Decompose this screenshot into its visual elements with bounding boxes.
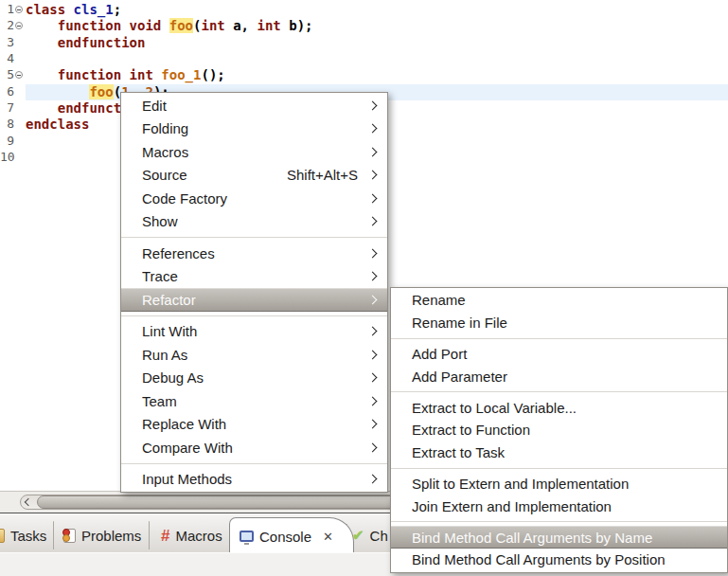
menu-item-extract-to-task[interactable]: Extract to Task xyxy=(391,441,727,464)
menu-item-add-port[interactable]: Add Port xyxy=(391,343,727,366)
tab-label: Tasks xyxy=(10,528,46,544)
code-token: ; xyxy=(114,2,121,17)
code-line[interactable]: 4 xyxy=(0,51,728,67)
menu-separator xyxy=(391,338,727,339)
code-line[interactable]: 5 function int foo_1(); xyxy=(0,67,728,83)
tab-label: Macros xyxy=(175,528,222,544)
problems-icon xyxy=(63,529,76,543)
occurrence-highlight: foo xyxy=(169,18,193,33)
line-number[interactable]: 10 xyxy=(0,150,14,164)
line-number-gutter[interactable]: 4 xyxy=(0,51,26,67)
code-token: class xyxy=(26,2,74,17)
menu-item-join-extern-and-implementation[interactable]: Join Extern and Implementation xyxy=(391,495,727,517)
submenu-arrow-icon xyxy=(368,248,378,258)
line-number-gutter[interactable]: 10 xyxy=(0,150,26,166)
menu-item-bind-method-call-arguments-by-position[interactable]: Bind Method Call Arguments by Position xyxy=(391,549,727,571)
menu-item-extract-to-function[interactable]: Extract to Function xyxy=(391,419,727,441)
occurrence-highlight: foo xyxy=(89,84,113,99)
menu-item-run-as[interactable]: Run As xyxy=(121,343,387,367)
tab-label: Ch xyxy=(370,528,388,544)
line-number[interactable]: 2 xyxy=(0,18,14,32)
code-line[interactable]: 1class cls_1; xyxy=(0,2,728,18)
submenu-arrow-icon xyxy=(368,272,378,281)
code-text: function int foo_1(); xyxy=(26,67,728,83)
menu-item-replace-with[interactable]: Replace With xyxy=(121,413,387,437)
line-number-gutter[interactable]: 6 xyxy=(0,84,26,100)
line-number-gutter[interactable]: 2 xyxy=(0,18,26,34)
code-token xyxy=(26,84,89,99)
menu-item-label: Lint With xyxy=(142,323,197,339)
code-token: (); xyxy=(201,67,224,82)
line-number-gutter[interactable]: 7 xyxy=(0,100,26,117)
submenu-arrow-icon xyxy=(368,350,378,359)
menu-item-split-to-extern-and-implementation[interactable]: Split to Extern and Implementation xyxy=(391,473,727,495)
menu-item-lint-with[interactable]: Lint With xyxy=(121,320,387,344)
code-token xyxy=(26,100,58,116)
tab-macros[interactable]: # Macros xyxy=(151,517,229,553)
editor-context-menu: EditFoldingMacrosSourceShift+Alt+SCode F… xyxy=(120,92,388,493)
console-icon xyxy=(240,531,254,542)
tab-console[interactable]: Console ✕ xyxy=(229,517,354,554)
menu-item-source[interactable]: SourceShift+Alt+S xyxy=(121,164,387,188)
menu-item-label: Extract to Local Variable... xyxy=(412,400,577,416)
code-token: foo_1 xyxy=(161,67,201,82)
tasks-icon xyxy=(0,529,5,543)
submenu-arrow-icon xyxy=(368,327,378,336)
line-number-gutter[interactable]: 3 xyxy=(0,35,26,51)
menu-item-compare-with[interactable]: Compare With xyxy=(121,436,387,459)
submenu-arrow-icon xyxy=(368,420,378,429)
menu-separator xyxy=(391,521,727,522)
close-icon[interactable]: ✕ xyxy=(323,530,333,544)
menu-item-label: Bind Method Call Arguments by Name xyxy=(412,530,652,546)
menu-item-extract-to-local-variable[interactable]: Extract to Local Variable... xyxy=(391,396,727,419)
menu-separator xyxy=(121,237,387,238)
menu-item-add-parameter[interactable]: Add Parameter xyxy=(391,365,727,387)
menu-item-macros[interactable]: Macros xyxy=(121,140,387,164)
code-token: int xyxy=(201,18,224,33)
menu-item-refactor[interactable]: Refactor xyxy=(121,288,387,312)
menu-item-show[interactable]: Show xyxy=(121,210,387,234)
line-number-gutter[interactable]: 8 xyxy=(0,117,26,133)
menu-item-label: Source xyxy=(142,167,187,183)
line-number[interactable]: 8 xyxy=(0,117,14,131)
menu-item-input-methods[interactable]: Input Methods xyxy=(121,468,387,492)
menu-item-code-factory[interactable]: Code Factory xyxy=(121,187,387,210)
menu-item-rename-in-file[interactable]: Rename in File xyxy=(391,312,727,334)
code-token: int xyxy=(257,18,280,33)
menu-item-bind-method-call-arguments-by-name[interactable]: Bind Method Call Arguments by Name xyxy=(391,526,727,549)
fold-collapse-icon[interactable] xyxy=(15,71,23,79)
line-number-gutter[interactable]: 9 xyxy=(0,134,26,150)
line-number[interactable]: 3 xyxy=(0,35,14,49)
line-number[interactable]: 5 xyxy=(0,67,14,81)
menu-item-label: Debug As xyxy=(142,369,204,386)
menu-item-trace[interactable]: Trace xyxy=(121,265,387,289)
tab-tasks[interactable]: Tasks xyxy=(0,517,53,553)
menu-item-label: Show xyxy=(142,213,178,229)
code-text xyxy=(26,51,728,67)
menu-item-label: Replace With xyxy=(142,416,226,432)
menu-item-label: Input Methods xyxy=(142,471,232,487)
tab-problems[interactable]: Problems xyxy=(55,517,149,553)
line-number[interactable]: 1 xyxy=(0,2,14,16)
line-number[interactable]: 9 xyxy=(0,134,14,148)
menu-item-team[interactable]: Team xyxy=(121,389,387,413)
menu-item-debug-as[interactable]: Debug As xyxy=(121,367,387,390)
code-token: b); xyxy=(281,18,313,33)
code-line[interactable]: 3 endfunction xyxy=(0,35,728,51)
menu-item-rename[interactable]: Rename xyxy=(391,289,727,312)
menu-item-references[interactable]: References xyxy=(121,242,387,265)
menu-item-edit[interactable]: Edit xyxy=(121,94,387,117)
fold-collapse-icon[interactable] xyxy=(15,6,23,13)
menu-item-label: Rename in File xyxy=(412,315,507,331)
menu-item-folding[interactable]: Folding xyxy=(121,117,387,141)
line-number-gutter[interactable]: 1 xyxy=(0,2,26,18)
code-line[interactable]: 2 function void foo(int a, int b); xyxy=(0,18,728,34)
line-number-gutter[interactable]: 5 xyxy=(0,67,26,83)
fold-collapse-icon[interactable] xyxy=(15,22,23,29)
line-number[interactable]: 7 xyxy=(0,100,14,115)
scrollbar-left-arrow-icon[interactable] xyxy=(25,498,32,506)
menu-item-label: References xyxy=(142,245,215,261)
code-token: function void xyxy=(58,18,169,33)
line-number[interactable]: 4 xyxy=(0,51,14,65)
line-number[interactable]: 6 xyxy=(0,84,14,99)
